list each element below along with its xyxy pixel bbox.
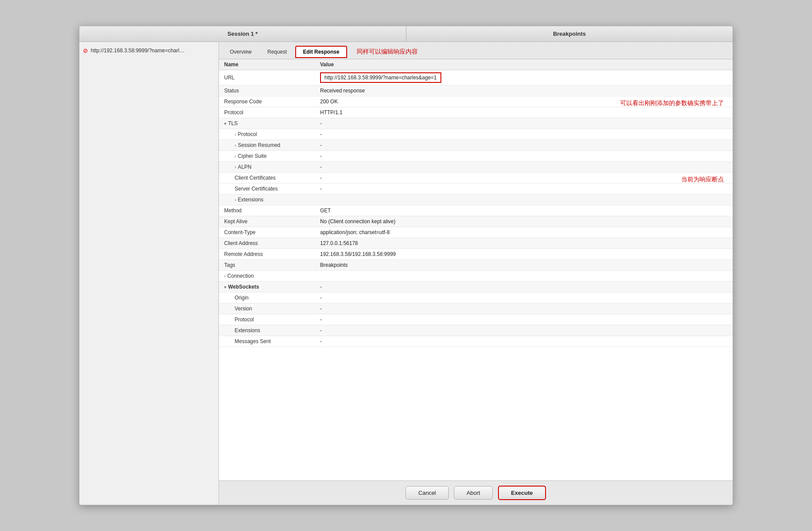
abort-button[interactable]: Abort: [454, 486, 493, 500]
row-value: Received response: [315, 85, 733, 96]
row-name: Remote Address: [219, 249, 315, 260]
session-item[interactable]: ⊘ http://192.168.3.58:9999/?name=charl…: [79, 45, 218, 56]
row-name: Origin: [219, 293, 315, 303]
expand-arrow-icon[interactable]: ›: [235, 154, 236, 159]
execute-button[interactable]: Execute: [498, 486, 546, 500]
row-name: Response Code: [219, 96, 315, 107]
row-name: Kept Alive: [219, 216, 315, 227]
window-header: Session 1 * Breakpoints: [79, 26, 733, 42]
annotation-params: 可以看出刚刚添加的参数确实携带上了: [620, 99, 724, 107]
row-name: ▾WebSockets: [219, 282, 315, 293]
table-container: Name Value URLhttp://192.168.3.58:9999/?…: [219, 59, 733, 480]
table-row: Remote Address192.168.3.58/192.168.3.58:…: [219, 249, 733, 260]
row-name: URL: [219, 70, 315, 85]
table-row: Server Certificates-: [219, 184, 733, 194]
table-row: MethodGET: [219, 205, 733, 216]
table-row: ProtocolHTTP/1.1: [219, 107, 733, 118]
table-row: Origin-: [219, 293, 733, 303]
row-value: -: [315, 162, 733, 173]
row-value: 127.0.0.1:56178: [315, 238, 733, 249]
table-row: Extensions-: [219, 325, 733, 336]
annotation-edit-response: 同样可以编辑响应内容: [357, 48, 418, 56]
row-name: Status: [219, 85, 315, 96]
row-value: [315, 271, 733, 282]
row-name: Messages Sent: [219, 336, 315, 347]
session-url: http://192.168.3.58:9999/?name=charl…: [91, 48, 184, 54]
row-name: ▾TLS: [219, 118, 315, 129]
table-row: Version-: [219, 303, 733, 314]
row-value: -: [315, 293, 733, 303]
main-window: Session 1 * Breakpoints ⊘ http://192.168…: [79, 26, 733, 505]
row-name: Server Certificates: [219, 184, 315, 194]
row-name: ›Cipher Suite: [219, 151, 315, 162]
annotation-breakpoint: 当前为响应断点: [681, 176, 724, 184]
url-value: http://192.168.3.58:9999/?name=charles&a…: [320, 72, 441, 83]
row-value: No (Client connection kept alive): [315, 216, 733, 227]
col-name-header: Name: [219, 59, 315, 70]
table-row: Client Address127.0.0.1:56178: [219, 238, 733, 249]
row-value: -: [315, 325, 733, 336]
cancel-button[interactable]: Cancel: [406, 486, 448, 500]
left-panel: ⊘ http://192.168.3.58:9999/?name=charl…: [79, 42, 219, 505]
row-name: Method: [219, 205, 315, 216]
expand-arrow-icon[interactable]: ›: [235, 197, 236, 202]
table-row: Protocol-: [219, 314, 733, 325]
row-value: -: [315, 140, 733, 151]
row-name: Version: [219, 303, 315, 314]
row-name: Protocol: [219, 314, 315, 325]
overview-table: Name Value URLhttp://192.168.3.58:9999/?…: [219, 59, 733, 347]
table-row: Client Certificates-: [219, 173, 733, 184]
row-name: Content-Type: [219, 227, 315, 238]
row-value: -: [315, 118, 733, 129]
expand-arrow-icon[interactable]: ▾: [224, 121, 226, 126]
table-row: ›Cipher Suite-: [219, 151, 733, 162]
row-name: ›ALPN: [219, 162, 315, 173]
tab-request[interactable]: Request: [260, 46, 294, 58]
table-row: Kept AliveNo (Client connection kept ali…: [219, 216, 733, 227]
table-row: URLhttp://192.168.3.58:9999/?name=charle…: [219, 70, 733, 85]
expand-arrow-icon[interactable]: ›: [235, 143, 236, 148]
row-name: Client Certificates: [219, 173, 315, 184]
expand-arrow-icon[interactable]: ▾: [224, 285, 226, 289]
row-name: Tags: [219, 260, 315, 271]
table-row: Messages Sent-: [219, 336, 733, 347]
row-value: GET: [315, 205, 733, 216]
table-row: StatusReceived response: [219, 85, 733, 96]
session-title: Session 1 *: [228, 31, 258, 37]
tabs-bar: Overview Request Edit Response 同样可以编辑响应内…: [219, 42, 733, 59]
row-name: ›Extensions: [219, 194, 315, 205]
table-row: ›Session Resumed-: [219, 140, 733, 151]
right-panel: Overview Request Edit Response 同样可以编辑响应内…: [219, 42, 733, 505]
tab-overview[interactable]: Overview: [222, 46, 259, 58]
window-body: ⊘ http://192.168.3.58:9999/?name=charl… …: [79, 42, 733, 505]
row-name: Extensions: [219, 325, 315, 336]
header-right: Breakpoints: [406, 26, 733, 41]
table-row: TagsBreakpoints: [219, 260, 733, 271]
row-value: 192.168.3.58/192.168.3.58:9999: [315, 249, 733, 260]
row-value: -: [315, 303, 733, 314]
row-value: -: [315, 129, 733, 140]
expand-arrow-icon[interactable]: ›: [235, 165, 236, 170]
table-row: Content-Typeapplication/json; charset=ut…: [219, 227, 733, 238]
row-value: HTTP/1.1: [315, 107, 733, 118]
row-name: ›Session Resumed: [219, 140, 315, 151]
header-left: Session 1 *: [79, 26, 406, 41]
row-value: -: [315, 151, 733, 162]
table-row: ›ALPN-: [219, 162, 733, 173]
row-value: -: [315, 173, 733, 184]
row-value: -: [315, 184, 733, 194]
breakpoints-title: Breakpoints: [553, 31, 586, 37]
table-row: ▾TLS-: [219, 118, 733, 129]
row-name: Client Address: [219, 238, 315, 249]
row-value: -: [315, 336, 733, 347]
row-value: [315, 194, 733, 205]
row-value: -: [315, 314, 733, 325]
error-icon: ⊘: [83, 47, 88, 54]
tab-edit-response[interactable]: Edit Response: [295, 46, 347, 58]
expand-arrow-icon[interactable]: ›: [224, 274, 225, 279]
row-name: ›Connection: [219, 271, 315, 282]
row-value: -: [315, 282, 733, 293]
table-row: ›Protocol-: [219, 129, 733, 140]
expand-arrow-icon[interactable]: ›: [235, 132, 236, 137]
table-row: ▾WebSockets-: [219, 282, 733, 293]
